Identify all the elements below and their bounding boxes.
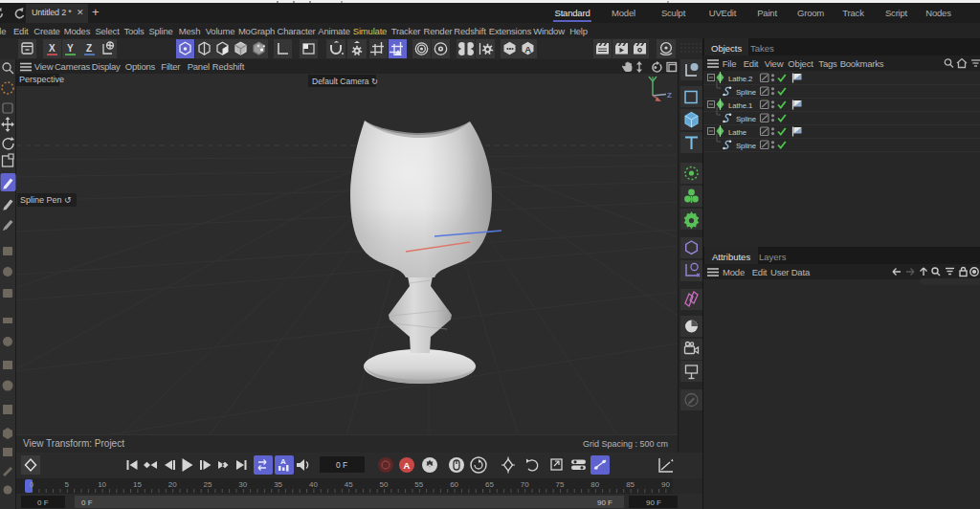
svg-text:20: 20 bbox=[168, 480, 177, 489]
svg-text:A: A bbox=[280, 457, 286, 466]
svg-text:Spline: Spline bbox=[736, 88, 756, 97]
svg-text:70: 70 bbox=[521, 480, 529, 489]
svg-text:15: 15 bbox=[133, 480, 142, 489]
svg-text:75: 75 bbox=[556, 480, 565, 489]
svg-text:90 F: 90 F bbox=[646, 498, 661, 507]
svg-text:Spline: Spline bbox=[736, 115, 756, 123]
svg-text:0 F: 0 F bbox=[81, 498, 93, 507]
svg-text:45: 45 bbox=[345, 480, 353, 489]
svg-text:Lathe: Lathe bbox=[728, 128, 746, 137]
svg-text:10: 10 bbox=[98, 480, 106, 489]
svg-text:A: A bbox=[404, 460, 411, 471]
svg-text:Lathe.2: Lathe.2 bbox=[728, 75, 752, 83]
svg-text:40: 40 bbox=[309, 480, 318, 489]
svg-text:80: 80 bbox=[590, 480, 599, 489]
svg-text:Z: Z bbox=[667, 91, 672, 100]
svg-text:0 F: 0 F bbox=[37, 498, 49, 507]
svg-text:90: 90 bbox=[661, 480, 670, 489]
svg-text:X: X bbox=[49, 43, 56, 54]
svg-text:0 F: 0 F bbox=[336, 460, 347, 470]
svg-text:Z: Z bbox=[86, 43, 92, 54]
svg-text:35: 35 bbox=[274, 480, 282, 489]
svg-text:55: 55 bbox=[414, 480, 423, 489]
svg-text:90 F: 90 F bbox=[597, 498, 612, 507]
svg-text:60: 60 bbox=[450, 480, 458, 489]
svg-text:65: 65 bbox=[485, 480, 494, 489]
svg-text:Y: Y bbox=[67, 43, 74, 54]
svg-text:5: 5 bbox=[65, 480, 70, 489]
svg-text:Spline: Spline bbox=[736, 142, 756, 150]
svg-text:0: 0 bbox=[30, 480, 34, 489]
svg-text:A: A bbox=[524, 44, 531, 55]
svg-text:25: 25 bbox=[204, 480, 212, 489]
svg-text:85: 85 bbox=[626, 480, 635, 489]
svg-text:30: 30 bbox=[238, 480, 247, 489]
svg-text:Lathe.1: Lathe.1 bbox=[728, 101, 752, 110]
svg-text:50: 50 bbox=[380, 480, 389, 489]
